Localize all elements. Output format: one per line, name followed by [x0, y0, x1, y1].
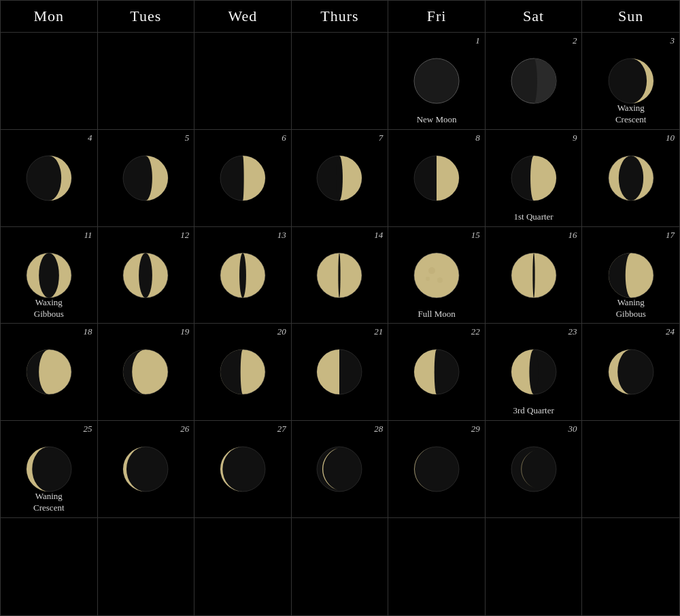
moon-icon — [217, 444, 268, 495]
cell-day-27: 27 — [194, 421, 292, 518]
cell-day-11: 11 WaxingGibbous — [1, 227, 98, 324]
cell-day-14: 14 — [292, 227, 389, 324]
days-header: MonTuesWedThursFriSatSun — [1, 1, 679, 33]
moon-icon — [120, 444, 171, 495]
cell-day-22: 22 — [388, 324, 486, 421]
date-number: 9 — [573, 133, 577, 143]
date-number: 23 — [568, 326, 577, 337]
svg-point-22 — [428, 267, 435, 274]
date-number: 27 — [277, 424, 286, 434]
cell-day-9: 9 1st Quarter — [486, 130, 583, 227]
moon-phase-label: New Moon — [388, 114, 485, 126]
moon-phase-label: 1st Quarter — [486, 211, 582, 223]
cell-day-19: 19 — [98, 324, 195, 421]
moon-calendar: MonTuesWedThursFriSatSun 1New Moon2 3 Wa… — [0, 0, 680, 616]
moon-icon — [120, 250, 171, 301]
cell-empty-39 — [388, 518, 486, 615]
svg-point-26 — [532, 253, 534, 298]
cell-day-25: 25 WaningCrescent — [1, 421, 98, 518]
svg-point-35 — [529, 349, 538, 394]
cell-empty-3 — [292, 33, 389, 130]
moon-icon — [120, 152, 171, 203]
svg-point-40 — [317, 447, 362, 492]
date-number: 8 — [475, 133, 480, 143]
moon-icon — [217, 152, 268, 203]
cell-day-20: 20 — [194, 324, 292, 421]
svg-point-18 — [239, 253, 246, 298]
moon-icon — [23, 347, 74, 398]
svg-point-42 — [511, 447, 556, 492]
moon-icon — [314, 152, 365, 203]
date-number: 7 — [379, 133, 384, 143]
moon-icon — [411, 55, 462, 106]
cell-empty-41 — [582, 518, 679, 615]
moon-icon — [314, 444, 365, 495]
date-number: 10 — [666, 133, 675, 143]
day-header-sun: Sun — [582, 1, 679, 32]
svg-point-14 — [39, 253, 59, 298]
cell-empty-34 — [582, 421, 679, 518]
cell-day-8: 8 — [388, 130, 486, 227]
day-header-thurs: Thurs — [292, 1, 389, 32]
cell-day-18: 18 — [1, 324, 98, 421]
date-number: 15 — [471, 230, 480, 241]
day-header-wed: Wed — [194, 1, 292, 32]
cell-day-6: 6 — [194, 130, 292, 227]
cell-day-23: 23 3rd Quarter — [486, 324, 583, 421]
moon-phase-label: Full Moon — [388, 309, 485, 320]
moon-icon — [508, 347, 559, 398]
date-number: 11 — [84, 230, 92, 241]
cell-day-2: 2 — [486, 33, 583, 130]
moon-icon — [120, 347, 171, 398]
cell-day-1: 1New Moon — [388, 33, 486, 130]
cell-empty-38 — [292, 518, 389, 615]
cell-day-30: 30 — [486, 421, 583, 518]
moon-icon — [217, 250, 268, 301]
moon-icon — [411, 444, 462, 495]
date-number: 28 — [374, 424, 383, 434]
moon-icon — [508, 55, 559, 106]
date-number: 30 — [568, 424, 577, 434]
moon-icon — [411, 347, 462, 398]
date-number: 18 — [84, 326, 92, 337]
moon-phase-label: WaningGibbous — [582, 297, 679, 320]
cell-day-28: 28 — [292, 421, 389, 518]
date-number: 25 — [84, 424, 92, 434]
day-header-sat: Sat — [486, 1, 583, 32]
cell-day-12: 12 — [98, 227, 195, 324]
moon-icon — [23, 444, 74, 495]
moon-icon — [605, 250, 656, 301]
moon-icon — [217, 347, 268, 398]
cell-day-26: 26 — [98, 421, 195, 518]
svg-point-20 — [339, 253, 341, 298]
svg-point-23 — [437, 277, 443, 283]
date-number: 19 — [180, 326, 189, 337]
moon-icon — [508, 250, 559, 301]
moon-icon — [605, 152, 656, 203]
moon-icon — [605, 55, 656, 106]
date-number: 29 — [471, 424, 480, 434]
date-number: 5 — [185, 133, 190, 143]
date-number: 3 — [670, 35, 675, 46]
cell-empty-36 — [98, 518, 195, 615]
date-number: 26 — [180, 424, 189, 434]
cell-day-24: 24 — [582, 324, 679, 421]
date-number: 1 — [475, 35, 480, 46]
date-number: 22 — [471, 326, 480, 337]
moon-icon — [605, 347, 656, 398]
moon-icon — [23, 152, 74, 203]
cell-empty-35 — [1, 518, 98, 615]
svg-point-21 — [414, 253, 459, 298]
date-number: 14 — [374, 230, 383, 241]
moon-icon — [411, 152, 462, 203]
moon-icon — [314, 347, 365, 398]
cell-empty-37 — [194, 518, 292, 615]
cell-day-4: 4 — [1, 130, 98, 227]
svg-point-7 — [337, 156, 343, 201]
day-header-fri: Fri — [388, 1, 486, 32]
cell-empty-0 — [1, 33, 98, 130]
day-header-mon: Mon — [1, 1, 98, 32]
moon-icon — [411, 250, 462, 301]
date-number: 2 — [573, 35, 577, 46]
cell-empty-2 — [194, 33, 292, 130]
